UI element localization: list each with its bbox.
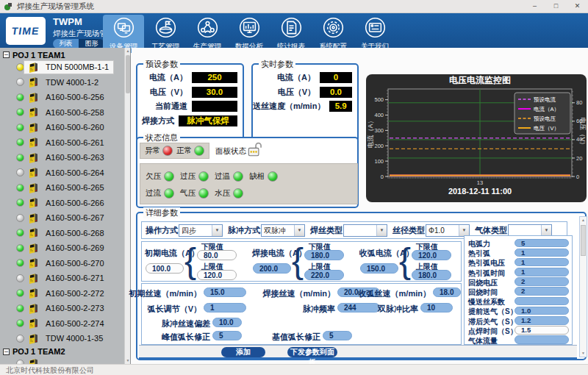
tree-item[interactable]: A160-500-6-265 (0, 180, 125, 196)
chevron-down-icon[interactable]: ▼ (212, 225, 222, 236)
tree-item[interactable]: A160-500-6-263 (0, 150, 125, 165)
extra-param-field[interactable]: 2 (514, 287, 569, 296)
tree-item[interactable]: A160-500-6-268 (0, 226, 125, 241)
param-label: 收弧丝速（m/min） (333, 288, 431, 299)
param-value-field[interactable]: 10 (420, 303, 453, 312)
extra-param-field[interactable]: 1 (514, 268, 569, 276)
device-name: A160-500-2-273 (46, 304, 104, 312)
tree-item[interactable]: A160-500-6-260 (0, 120, 125, 135)
brace-glyph: { (399, 240, 411, 280)
scrollbar-thumb[interactable] (126, 55, 130, 93)
tree-item[interactable]: A160-500-6-256 (0, 90, 125, 105)
param-value-field[interactable]: 10.0 (212, 318, 242, 327)
tree-item[interactable]: TDW 4000-1-2 (0, 75, 125, 90)
extra-param-field[interactable]: 1.0 (514, 307, 569, 315)
tree-item-body: A160-500-6-268 (24, 226, 104, 239)
current-value-field[interactable]: 200.0 (253, 263, 291, 274)
current-value-field[interactable]: 100.0 (146, 263, 184, 274)
svg-text:电压（V）: 电压（V） (534, 125, 559, 132)
device-name: A160-500-6-265 (46, 183, 104, 192)
lower-limit-field[interactable]: 180.0 (304, 250, 344, 260)
device-status-led (16, 214, 24, 222)
extra-param-field[interactable]: 1.5 (514, 326, 569, 335)
upper-limit-field[interactable]: 120.0 (197, 270, 237, 280)
scroll-up-icon[interactable]: ▲ (580, 217, 587, 224)
sidebar-scrollbar[interactable]: ▲ ▼ (124, 48, 130, 364)
upper-limit-field[interactable]: 180.0 (412, 270, 451, 280)
send-to-panel-button[interactable]: 下发参数到面板 (287, 347, 337, 357)
lower-limit-field[interactable]: 120.0 (412, 250, 451, 260)
extra-param-row: 热引弧1 (465, 248, 572, 257)
tree-item[interactable]: A160-500-2-274 (0, 316, 125, 332)
device-status-led (16, 78, 24, 86)
alarm-led (198, 188, 209, 199)
extra-param-field[interactable] (514, 297, 569, 306)
dropdown-select[interactable]: ▼ (508, 224, 552, 237)
welding-machine-icon (28, 76, 39, 88)
tree-item[interactable]: A160-500-6-267 (0, 210, 125, 226)
upper-limit-field[interactable]: 220.0 (304, 270, 344, 280)
tree-item-body: A160-500-6-267 (24, 212, 104, 224)
device-status-led (16, 63, 24, 71)
app-icon (4, 2, 12, 11)
extra-param-field[interactable]: 1.2 (514, 316, 569, 325)
tree-item[interactable]: A160-500-6-271 (0, 271, 125, 286)
dropdown-select[interactable]: 双脉冲▼ (261, 224, 305, 237)
tree-item[interactable]: A160-500-6-264 (0, 165, 125, 181)
param-label: 基值弧长修正 (223, 332, 320, 343)
current-value-field[interactable]: 150.0 (360, 263, 398, 274)
collapse-icon[interactable]: – (3, 349, 10, 355)
main-content: 预设参数 电流（A）250电压（V）30.0当前通道焊接方式脉冲气保焊 实时参数… (132, 48, 588, 364)
chevron-down-icon[interactable]: ▼ (294, 225, 304, 236)
extra-param-row: 气体流量 (465, 335, 572, 345)
device-name: A160-500-6-267 (46, 213, 104, 222)
extra-param-field[interactable] (514, 335, 569, 344)
chevron-down-icon[interactable]: ▼ (541, 225, 551, 236)
scrollbar-thumb[interactable] (581, 225, 586, 256)
welding-machine-icon (28, 272, 39, 285)
dropdown-pair-5: 气体类型▼ (475, 224, 552, 237)
tree-item[interactable]: TDW 4000-1-35 (0, 331, 125, 346)
extra-param-field[interactable]: 2 (514, 277, 569, 286)
device-name: TDW 4000-1-35 (46, 334, 103, 343)
param-value-field[interactable]: 18.0 (433, 288, 461, 297)
tree-item[interactable]: A160-500-6-266 (0, 196, 125, 211)
tree-item[interactable]: A160-500-6-258 (0, 105, 125, 121)
add-button[interactable]: 添加 (221, 347, 265, 357)
chevron-down-icon[interactable]: ▼ (376, 225, 387, 236)
device-name: TDN 5000MB-1-1 (46, 63, 109, 71)
close-button[interactable]: ✕ (567, 0, 588, 13)
device-name: A160-500-6-270 (46, 259, 104, 268)
current-group-2: 焊接电流（A）200.0{下限值180.0上限值220.0 (250, 242, 355, 282)
tree-item[interactable]: TDN 5000MB-1-1 (0, 60, 125, 75)
tree-group-header[interactable]: –POJ 1 TEAM1 (0, 50, 125, 60)
extra-param-field[interactable]: 1 (514, 249, 569, 257)
tree-item[interactable] (0, 357, 125, 365)
chevron-down-icon[interactable]: ▼ (459, 225, 469, 236)
extra-param-field[interactable]: 1 (514, 258, 569, 267)
welding-machine-icon (28, 242, 39, 254)
scroll-down-icon[interactable]: ▼ (580, 350, 587, 357)
dropdown-select[interactable]: 四步▼ (179, 224, 223, 237)
tree-item[interactable]: A160-500-6-270 (0, 256, 125, 271)
param-value-field[interactable]: 5 (323, 331, 352, 340)
minimize-button[interactable]: – (524, 0, 545, 13)
brand-logo-text: TIME (11, 25, 40, 37)
parameter-label: 电压（V） (278, 87, 315, 98)
scroll-down-icon[interactable]: ▼ (125, 357, 131, 364)
scroll-up-icon[interactable]: ▲ (125, 48, 131, 54)
lower-limit-field[interactable]: 80.0 (197, 250, 237, 260)
welding-machine-icon (28, 332, 39, 345)
detail-scrollbar[interactable]: ▲ ▼ (579, 216, 587, 357)
current-group-1: 初期电流（A）100.0{下限值80.0上限值120.0 (143, 242, 248, 282)
dropdown-select[interactable]: Φ1.0▼ (426, 224, 470, 237)
extra-param-field[interactable]: 5 (514, 239, 569, 248)
dropdown-pair-3: 焊丝类型▼ (310, 224, 387, 237)
tree-group-header[interactable]: –POJ 1 TEAM2 (0, 347, 125, 357)
tree-item[interactable]: A160-500-6-261 (0, 135, 125, 151)
dropdown-select[interactable]: ▼ (343, 224, 387, 237)
tree-item-body: A160-500-6-269 (24, 242, 104, 254)
collapse-icon[interactable]: – (3, 51, 10, 58)
maximize-button[interactable]: □ (545, 0, 567, 13)
tree-item[interactable]: A160-500-6-269 (0, 240, 125, 256)
